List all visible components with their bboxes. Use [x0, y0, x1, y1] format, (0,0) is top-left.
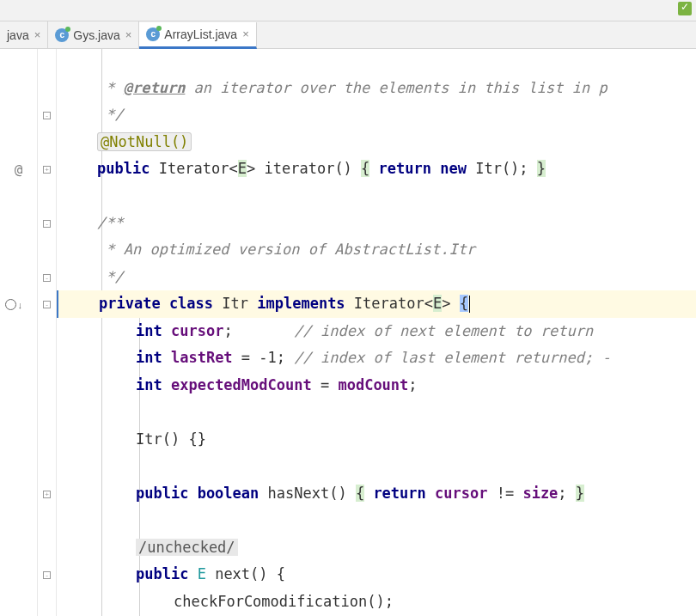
top-toolbar-spacer [0, 0, 696, 21]
class-icon: c [55, 28, 69, 42]
fold-end-icon[interactable]: - [38, 102, 56, 129]
code-line[interactable]: public boolean hasNext() { return cursor… [57, 480, 696, 508]
close-icon[interactable]: × [125, 28, 132, 41]
code-editor[interactable]: * @return an iterator over the elements … [57, 49, 696, 616]
code-line[interactable]: public Iterator<E> iterator() { return n… [57, 156, 696, 183]
code-line[interactable]: public E next() { [57, 561, 696, 589]
code-line[interactable]: int expectedModCount = modCount; [57, 372, 696, 399]
code-line[interactable]: * @return an iterator over the elements … [57, 75, 696, 102]
code-line[interactable]: /** [57, 210, 696, 237]
code-line[interactable]: * An optimized version of AbstractList.I… [57, 236, 696, 264]
override-icon [5, 299, 16, 310]
current-code-line[interactable]: private class Itr implements Iterator<E>… [57, 290, 696, 318]
code-line[interactable]: @NotNull() [57, 129, 696, 156]
tab-java[interactable]: java × [0, 21, 48, 48]
class-icon: c [146, 27, 160, 41]
inspection-ok-icon[interactable] [678, 2, 692, 15]
code-line[interactable]: */ [57, 101, 696, 129]
fold-icon[interactable]: - [38, 562, 56, 589]
override-gutter-at[interactable]: @ [0, 156, 37, 183]
gutter-folding[interactable]: - + - - - + - [38, 49, 57, 616]
code-line[interactable]: int cursor; // index of next element to … [57, 318, 696, 345]
code-line[interactable]: int lastRet = -1; // index of last eleme… [57, 345, 696, 372]
code-line[interactable]: checkForComodification(); [57, 589, 696, 616]
tab-label: java [7, 28, 29, 42]
tab-label: ArrayList.java [164, 27, 237, 41]
close-icon[interactable]: × [34, 28, 41, 41]
tab-gys[interactable]: c Gys.java × [48, 21, 139, 48]
code-line[interactable]: /unchecked/ [57, 534, 696, 562]
tab-label: Gys.java [73, 28, 119, 42]
fold-begin-icon[interactable]: - [38, 210, 56, 237]
fold-icon[interactable]: + [38, 156, 56, 183]
fold-icon[interactable]: - [38, 291, 56, 318]
editor-area: @ - + - - - + - * @return an iterator ov… [0, 49, 696, 616]
fold-icon[interactable]: + [38, 481, 56, 508]
tab-arraylist[interactable]: c ArrayList.java × [139, 22, 256, 49]
runnable-badge-icon [65, 27, 70, 32]
text-cursor [469, 296, 470, 313]
close-icon[interactable]: × [242, 27, 249, 40]
gutter-icons[interactable]: @ [0, 49, 38, 616]
runnable-badge-icon [156, 26, 162, 31]
override-gutter-arrow[interactable] [0, 291, 37, 318]
code-line[interactable]: Itr() {} [57, 426, 696, 454]
code-line[interactable]: */ [57, 264, 696, 291]
editor-tab-bar: java × c Gys.java × c ArrayList.java × [0, 21, 696, 49]
fold-end-icon[interactable]: - [38, 265, 56, 291]
